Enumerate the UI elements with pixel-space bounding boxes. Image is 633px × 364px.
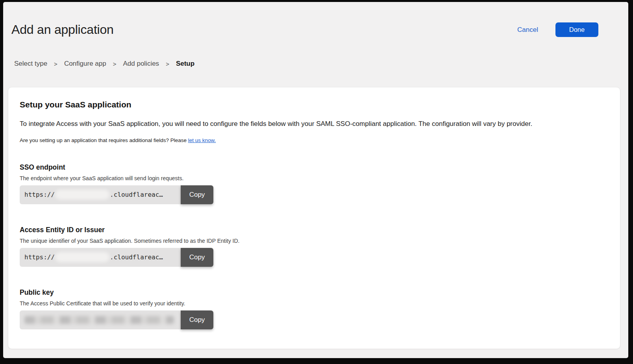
page-title: Add an application (11, 22, 114, 37)
redacted-value-blur (24, 316, 174, 324)
breadcrumb: Select type > Configure app > Add polici… (14, 60, 628, 68)
card-intro-text: To integrate Access with your SaaS appli… (20, 120, 608, 129)
breadcrumb-separator: > (166, 61, 169, 67)
breadcrumb-step-setup: Setup (176, 60, 194, 68)
card-note: Are you setting up an application that r… (20, 137, 608, 143)
setup-card: Setup your SaaS application To integrate… (8, 87, 620, 349)
breadcrumb-separator: > (54, 61, 57, 67)
sso-endpoint-value: https:// .cloudflareac… (20, 185, 181, 204)
breadcrumb-separator: > (113, 61, 117, 67)
entity-id-value: https:// .cloudflareac… (20, 248, 181, 267)
breadcrumb-step-add-policies[interactable]: Add policies (123, 60, 159, 68)
public-key-field-row: Copy (20, 310, 213, 329)
done-button[interactable]: Done (555, 22, 598, 37)
header-actions: Cancel Done (517, 22, 598, 37)
redacted-value-blur (55, 190, 109, 200)
breadcrumb-step-select-type[interactable]: Select type (14, 60, 47, 68)
sso-endpoint-field-row: https:// .cloudflareac… Copy (20, 185, 213, 204)
entity-id-copy-button[interactable]: Copy (181, 248, 213, 267)
sso-endpoint-label: SSO endpoint (20, 163, 608, 172)
header: Add an application Cancel Done (3, 2, 628, 37)
entity-id-description: The unique identifier of your SaaS appli… (20, 238, 608, 244)
value-prefix: https:// (24, 191, 55, 198)
public-key-description: The Access Public Certificate that will … (20, 300, 608, 307)
entity-id-label: Access Entity ID or Issuer (20, 226, 608, 234)
sso-endpoint-section: SSO endpoint The endpoint where your Saa… (20, 163, 608, 204)
card-heading: Setup your SaaS application (20, 100, 608, 109)
entity-id-section: Access Entity ID or Issuer The unique id… (20, 226, 608, 267)
value-suffix: .cloudflareac… (110, 191, 163, 198)
sso-endpoint-copy-button[interactable]: Copy (181, 185, 213, 204)
public-key-value (20, 310, 181, 329)
public-key-copy-button[interactable]: Copy (181, 310, 213, 329)
value-suffix: .cloudflareac… (110, 253, 163, 261)
value-prefix: https:// (24, 253, 55, 261)
cancel-button[interactable]: Cancel (517, 26, 538, 34)
entity-id-field-row: https:// .cloudflareac… Copy (20, 248, 213, 267)
let-us-know-link[interactable]: let us know. (188, 137, 216, 143)
redacted-value-blur (55, 252, 109, 262)
page: Add an application Cancel Done Select ty… (3, 2, 628, 358)
breadcrumb-step-configure-app[interactable]: Configure app (64, 60, 106, 68)
public-key-section: Public key The Access Public Certificate… (20, 288, 608, 329)
card-note-text: Are you setting up an application that r… (20, 137, 188, 143)
public-key-label: Public key (20, 288, 608, 297)
sso-endpoint-description: The endpoint where your SaaS application… (20, 175, 608, 181)
